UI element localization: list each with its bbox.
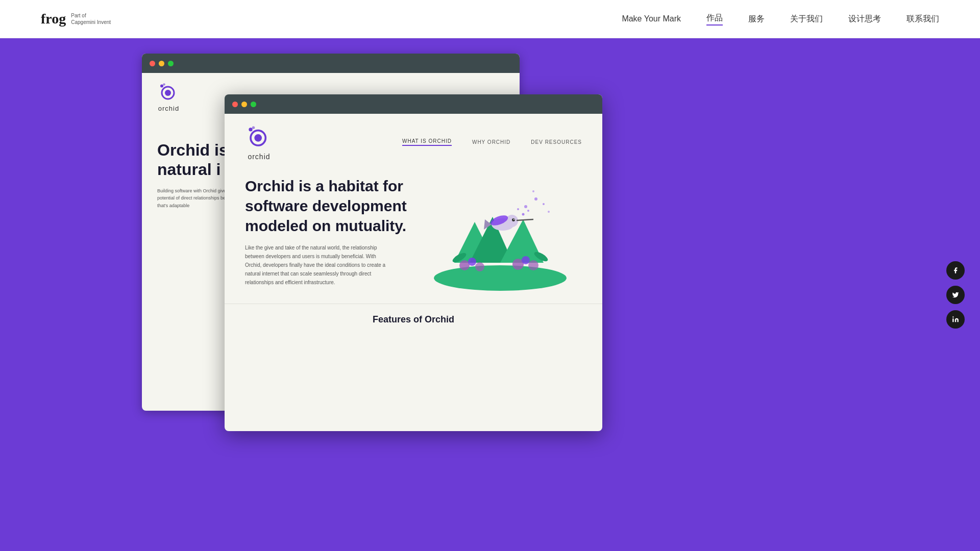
hero-title: Orchid is a habitat forsoftware developm… [245,176,408,236]
nav-about[interactable]: 关于我们 [790,14,823,24]
front-nav-item-2: WHY ORCHID [472,139,510,145]
svg-point-3 [160,85,163,88]
nav-design-thinking[interactable]: 设计思考 [848,14,881,24]
hero-section: Orchid is a habitat forsoftware developm… [225,166,602,304]
front-window-dot-yellow [241,102,247,107]
logo-subtitle: Part of Capgemini Invent [71,12,111,26]
orchid-name-back: orchid [158,105,179,112]
svg-point-20 [534,197,537,201]
svg-point-29 [513,219,514,220]
logo-area: frog Part of Capgemini Invent [41,11,111,27]
social-icons-panel [946,261,965,329]
svg-point-6 [254,134,262,142]
browser-front-window: orchid WHAT IS ORCHID WHY ORCHID DEV RES… [225,94,602,431]
browser-titlebar-back [142,54,520,73]
svg-line-26 [517,219,533,220]
svg-point-21 [543,203,545,205]
facebook-icon[interactable] [946,261,965,280]
svg-point-33 [522,213,525,216]
orchid-front-header: orchid WHAT IS ORCHID WHY ORCHID DEV RES… [225,114,602,166]
window-dot-yellow [159,61,164,66]
site-header: frog Part of Capgemini Invent Make Your … [0,0,980,38]
nav-contact[interactable]: 联系我们 [906,14,939,24]
nav-services[interactable]: 服务 [748,14,765,24]
linkedin-icon[interactable] [946,310,965,329]
svg-point-19 [524,205,527,208]
svg-point-15 [475,262,484,271]
svg-point-9 [434,265,567,291]
front-window-dot-red [232,102,238,107]
svg-point-18 [528,260,538,270]
svg-point-7 [249,128,252,131]
orchid-logo-back: orchid [157,81,180,112]
svg-point-35 [517,208,519,210]
hero-text: Orchid is a habitat forsoftware developm… [245,176,408,293]
twitter-icon[interactable] [946,286,965,304]
main-content: orchid WHAT IS ORCHID WHY ORCHID DEV RES… [0,38,980,551]
logo-frog[interactable]: frog [41,11,66,27]
window-dot-green [168,61,174,66]
svg-point-4 [163,83,165,86]
nav-make-your-mark[interactable]: Make Your Mark [622,14,681,23]
svg-point-23 [548,211,550,213]
nav-works[interactable]: 作品 [706,13,723,26]
svg-point-25 [506,215,518,227]
svg-point-34 [527,210,529,212]
front-nav-item-3: DEV RESOURCES [531,139,582,145]
browser-titlebar-front [225,94,602,114]
orchid-logo-front: orchid [245,123,273,161]
window-dot-red [150,61,155,66]
main-nav: Make Your Mark 作品 服务 关于我们 设计思考 联系我们 [622,13,939,26]
svg-point-2 [165,90,171,96]
features-section: Features of Orchid [225,304,602,335]
front-window-dot-green [251,102,256,107]
orchid-name-front: orchid [248,153,270,161]
hero-body: Like the give and take of the natural wo… [245,243,388,287]
hero-illustration [419,176,582,293]
svg-point-14 [468,258,476,266]
front-browser-nav: WHAT IS ORCHID WHY ORCHID DEV RESOURCES [402,138,582,146]
svg-point-8 [252,126,255,129]
svg-point-0 [952,316,953,317]
front-nav-item-1: WHAT IS ORCHID [402,138,452,146]
svg-point-22 [532,190,534,192]
features-title: Features of Orchid [245,314,582,325]
svg-point-28 [512,218,515,221]
svg-point-17 [522,256,530,264]
